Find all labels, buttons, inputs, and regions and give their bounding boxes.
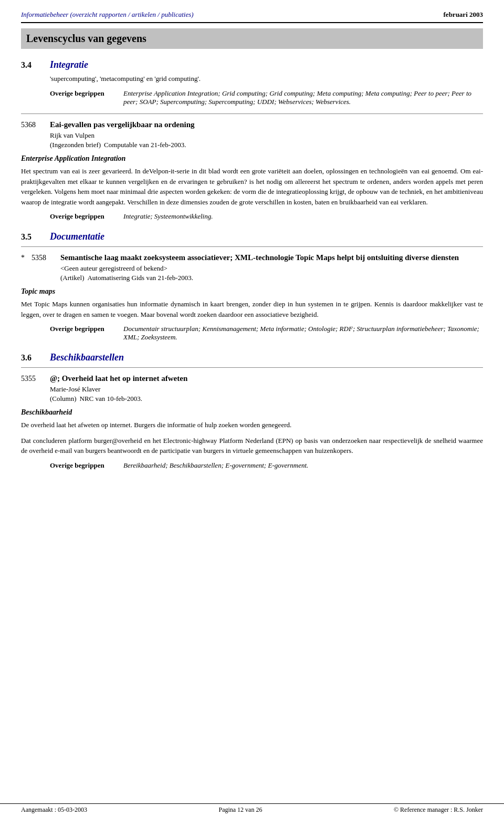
- article-5368-source-value: Computable van 21-feb-2003.: [104, 141, 186, 149]
- article-5358-title: Semantische laag maakt zoeksysteem assoc…: [60, 253, 483, 262]
- section-36-title: Beschikbaarstellen: [50, 352, 124, 363]
- article-5358-topic-heading: Topic maps: [21, 287, 483, 296]
- section-35-heading: 3.5 Documentatie: [21, 231, 483, 242]
- article-5355-id: 5355: [21, 375, 50, 383]
- article-5355-body1: De overheid laat het afweten op internet…: [21, 420, 483, 430]
- overige-begrippen-value-5358: Documentair structuurplan; Kennismanagem…: [123, 325, 483, 342]
- overige-begrippen-label-34: Overige begrippen: [50, 89, 118, 106]
- article-5368-source: (Ingezonden brief) Computable van 21-feb…: [50, 141, 483, 149]
- article-5368-id-title: 5368 Eai-gevallen pas vergelijkbaar na o…: [21, 120, 483, 129]
- article-5368-body: Het spectrum van eai is zeer gevarieerd.…: [21, 166, 483, 207]
- article-5368-id: 5368: [21, 121, 50, 129]
- article-5355: 5355 @; Overheid laat het op internet af…: [21, 367, 483, 470]
- section-34-number: 3.4: [21, 60, 50, 70]
- overige-begrippen-label-5358: Overige begrippen: [50, 325, 118, 342]
- article-5355-author: Marie-José Klaver: [50, 385, 483, 394]
- article-5358-source: (Artikel) Automatisering Gids van 21-feb…: [60, 274, 483, 282]
- article-5358-star: *: [21, 254, 32, 262]
- article-5368-author: Rijk van Vulpen: [50, 131, 483, 140]
- section-34-keywords: Overige begrippen Enterprise Application…: [50, 89, 483, 106]
- article-5368-source-type: (Ingezonden brief): [50, 141, 101, 149]
- footer-left: Aangemaakt : 05-03-2003: [21, 806, 87, 814]
- article-5368-title: Eai-gevallen pas vergelijkbaar na ordeni…: [50, 120, 483, 129]
- article-5355-source: (Column) NRC van 10-feb-2003.: [50, 395, 483, 403]
- page-header: Informatiebeheer (overzicht rapporten / …: [21, 11, 483, 23]
- article-5358-source-type: (Artikel): [60, 274, 84, 282]
- article-5368-keywords: Overige begrippen Integratie; Systeemont…: [50, 212, 483, 221]
- footer-center: Pagina 12 van 26: [218, 806, 262, 814]
- article-5355-source-type: (Column): [50, 395, 77, 403]
- overige-begrippen-value-5355: Bereikbaarheid; Beschikbaarstellen; E-go…: [123, 461, 483, 470]
- overige-begrippen-label-5368: Overige begrippen: [50, 212, 118, 221]
- section-34-subtitle: 'supercomputing', 'metacomputing' en 'gr…: [50, 75, 483, 83]
- article-5358-author: <Geen auteur geregistreerd of bekend>: [60, 264, 483, 273]
- footer-right: © Reference manager : R.S. Jonker: [394, 806, 483, 814]
- header-left: Informatiebeheer (overzicht rapporten / …: [21, 11, 194, 19]
- article-5355-title: @; Overheid laat het op internet afweten: [50, 374, 483, 383]
- article-5358-source-value: Automatisering Gids van 21-feb-2003.: [87, 274, 193, 282]
- section-36-number: 3.6: [21, 353, 50, 363]
- overige-begrippen-value-34: Enterprise Application Integration; Grid…: [123, 89, 483, 106]
- page-title: Levenscyclus van gegevens: [26, 33, 478, 45]
- section-35-number: 3.5: [21, 232, 50, 242]
- article-5355-id-title: 5355 @; Overheid laat het op internet af…: [21, 374, 483, 383]
- page-footer: Aangemaakt : 05-03-2003 Pagina 12 van 26…: [0, 803, 504, 816]
- section-36-heading: 3.6 Beschikbaarstellen: [21, 352, 483, 363]
- article-5358: * 5358 Semantische laag maakt zoeksystee…: [21, 246, 483, 342]
- article-5358-id: 5358: [32, 254, 60, 262]
- article-5355-source-value: NRC van 10-feb-2003.: [80, 395, 143, 403]
- section-34-heading: 3.4 Integratie: [21, 59, 483, 70]
- article-5368-topic-heading: Enterprise Application Integration: [21, 154, 483, 163]
- article-5355-body2: Dat concluderen platform burger@overheid…: [21, 436, 483, 456]
- article-5358-keywords: Overige begrippen Documentair structuurp…: [50, 325, 483, 342]
- article-5355-keywords: Overige begrippen Bereikbaarheid; Beschi…: [50, 461, 483, 470]
- section-34-title: Integratie: [50, 59, 88, 70]
- title-bar: Levenscyclus van gegevens: [21, 28, 483, 49]
- header-right: februari 2003: [444, 11, 483, 19]
- article-5368: 5368 Eai-gevallen pas vergelijkbaar na o…: [21, 113, 483, 221]
- overige-begrippen-value-5368: Integratie; Systeemontwikkeling.: [123, 212, 483, 221]
- section-35-title: Documentatie: [50, 231, 104, 242]
- article-5358-id-title: * 5358 Semantische laag maakt zoeksystee…: [21, 253, 483, 262]
- overige-begrippen-label-5355: Overige begrippen: [50, 461, 118, 470]
- article-5355-topic-heading: Beschikbaarheid: [21, 408, 483, 417]
- article-5358-body: Met Topic Maps kunnen organisaties hun i…: [21, 299, 483, 319]
